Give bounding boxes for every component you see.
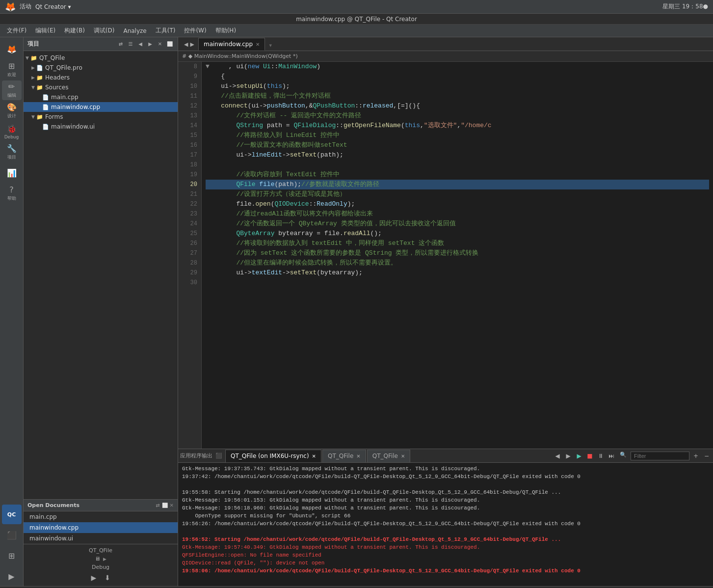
panel-nav-fwd[interactable]: ▶ [146, 40, 154, 48]
open-doc-main-cpp[interactable]: main.cpp [24, 511, 178, 522]
output-run-btn[interactable]: ▶ [575, 452, 583, 460]
open-docs-header: Open Documents ⇄ ⬜ ✕ [24, 500, 178, 511]
cpp-file-icon: 📄 [42, 94, 49, 101]
output-tab-close[interactable]: ✕ [312, 454, 316, 459]
tree-item-qt-qfile[interactable]: ▼ 📁 QT_QFile [24, 53, 178, 63]
sidebar-btn-qc[interactable]: QC [2, 505, 22, 524]
code-line-22: file.open(QIODevice::ReadOnly); [206, 199, 709, 209]
tree-item-main-cpp[interactable]: 📄 main.cpp [24, 92, 178, 102]
output-tab-qt-qfile-1[interactable]: QT_QFile ✕ [322, 450, 366, 462]
code-editor[interactable]: 8 9 10 11 12 13 14 15 16 17 18 19 20 21 … [178, 62, 713, 449]
code-line-17: ui->lineEdit->setText(path); [206, 150, 709, 160]
open-doc-mainwindow-cpp[interactable]: mainwindow.cpp [24, 522, 178, 533]
welcome-icon: ⊞ [8, 61, 15, 71]
out-line-9 [182, 528, 709, 535]
code-line-20: QFile file(path);//参数就是读取文件的路径 [206, 180, 709, 189]
menu-widgets[interactable]: 控件(W) [180, 26, 210, 36]
tree-item-label: Sources [45, 84, 68, 91]
sidebar-btn-help[interactable]: ? 帮助 [2, 184, 22, 203]
open-docs-sync[interactable]: ⇄ [156, 503, 159, 508]
tree-item-headers[interactable]: ▶ 📁 Headers [24, 73, 178, 82]
output-panel: 应用程序输出 ⬛ QT_QFile (on IMX6U-rsync) ✕ QT_… [178, 449, 713, 586]
panel-filter-btn[interactable]: ☰ [127, 40, 134, 48]
debug-section: QT_QFile 🖥 ▶ Debug ▶ ⬇ [24, 544, 178, 586]
menu-tools[interactable]: 工具(T) [152, 26, 180, 36]
menu-edit[interactable]: 编辑(E) [31, 26, 59, 36]
sidebar-btn-analyze[interactable]: 📊 [2, 163, 22, 183]
code-line-29: ui->textEdit->setText(bytearray); [206, 268, 709, 278]
output-tab-close[interactable]: ✕ [356, 454, 360, 459]
out-line-1: Gtk-Message: 19:37:35.743: GtkDialog map… [182, 465, 709, 473]
qt-creator-label[interactable]: Qt Creator ▾ [35, 3, 71, 10]
tree-item-mainwindow-cpp[interactable]: 📄 mainwindow.cpp [24, 102, 178, 112]
open-docs-actions: ⇄ ⬜ ✕ [156, 503, 174, 508]
panel-nav-back[interactable]: ◀ [136, 40, 144, 48]
sidebar-btn-apps[interactable]: ⊞ [2, 546, 22, 565]
project-icon: 🔧 [7, 144, 17, 153]
sidebar-btn-firefox[interactable]: 🦊 [2, 39, 22, 59]
nav-fwd-btn[interactable]: ▶ [190, 41, 194, 48]
folder-icon: 📁 [36, 75, 43, 81]
tree-item-forms[interactable]: ▼ 📁 Forms [24, 112, 178, 122]
out-line-6: Gtk-Message: 19:56:18.960: GtkDialog map… [182, 504, 709, 512]
open-doc-mainwindow-ui[interactable]: mainwindow.ui [24, 533, 178, 544]
tab-close-btn[interactable]: ✕ [256, 42, 260, 47]
ln-9: 9 [182, 72, 197, 81]
panel-close-btn[interactable]: ✕ [156, 40, 164, 48]
tree-item-mainwindow-ui[interactable]: 📄 mainwindow.ui [24, 122, 178, 132]
code-content[interactable]: ▼ , ui(new Ui::MainWindow) { ui->setupUi… [202, 62, 713, 449]
panel-header-actions: ⇄ ☰ ◀ ▶ ✕ ⬜ [117, 40, 174, 48]
sidebar-btn-forward[interactable]: ▶ [2, 566, 22, 586]
panel-sync-btn[interactable]: ⇄ [117, 40, 125, 48]
sidebar-btn-debug[interactable]: 🐞 Debug [2, 122, 22, 141]
code-line-19: //读取内容放到 TextEdit 控件中 [206, 170, 709, 180]
editor-tab-mainwindow-cpp[interactable]: mainwindow.cpp ✕ [198, 38, 265, 51]
sidebar-btn-edit[interactable]: ✏ 编辑 [2, 80, 22, 100]
sidebar-btn-terminal[interactable]: ⬛ [2, 525, 22, 545]
out-line-5: Gtk-Message: 19:56:01.153: GtkDialog map… [182, 496, 709, 504]
ln-27: 27 [182, 248, 197, 258]
code-line-9: { [206, 72, 709, 81]
tree-arrow: ▼ [26, 55, 30, 60]
output-tab-qt-qfile-rsync[interactable]: QT_QFile (on IMX6U-rsync) ✕ [225, 450, 321, 462]
output-stop-btn[interactable]: ■ [585, 452, 594, 460]
output-tab-label: QT_QFile (on IMX6U-rsync) [231, 453, 309, 459]
filter-icon: 🔍 [620, 452, 627, 460]
menu-file[interactable]: 文件(F) [3, 26, 30, 36]
output-remove-btn[interactable]: − [702, 452, 711, 460]
open-docs-close[interactable]: ✕ [170, 503, 174, 508]
open-docs-expand[interactable]: ⬜ [162, 503, 168, 508]
menu-analyze[interactable]: Analyze [119, 27, 150, 35]
nav-back-btn[interactable]: ◀ [184, 41, 188, 48]
tree-item-pro[interactable]: ▶ 📄 QT_QFile.pro [24, 63, 178, 73]
tree-item-sources[interactable]: ▼ 📁 Sources [24, 82, 178, 92]
code-line-28: //但这里在编译的时候会隐式转换，所以不需要再设置。 [206, 258, 709, 268]
app-output-title: 应用程序输出 [180, 452, 212, 459]
panel-minimize-btn[interactable]: ⬜ [166, 40, 174, 48]
output-next-btn[interactable]: ⏭ [607, 452, 616, 460]
debug-run-btn[interactable]: ▶ [88, 572, 99, 583]
sidebar-btn-design[interactable]: 🎨 设计 [2, 101, 22, 121]
code-line-23: //通过readAll函数可以将文件内容都给读出来 [206, 209, 709, 219]
output-nav-fwd[interactable]: ▶ [564, 452, 573, 460]
sidebar-btn-welcome[interactable]: ⊞ 欢迎 [2, 60, 22, 80]
menu-help[interactable]: 帮助(H) [211, 26, 240, 36]
code-line-13: //文件对话框 -- 返回选中文件的文件路径 [206, 111, 709, 121]
debug-project-name: QT_QFile [89, 547, 112, 554]
ln-29: 29 [182, 268, 197, 278]
output-tab-qt-qfile-2[interactable]: QT_QFile ✕ [367, 450, 411, 462]
menu-debug[interactable]: 调试(D) [90, 26, 119, 36]
output-step-btn[interactable]: ⏸ [596, 452, 605, 460]
breadcrumb-text: # ◆ MainWindow::MainWindow(QWidget *) [182, 53, 298, 59]
debug-step-btn[interactable]: ⬇ [102, 572, 113, 583]
folder-icon: 📁 [36, 84, 43, 91]
tab-dropdown-btn[interactable]: ▾ [266, 40, 275, 51]
menu-build[interactable]: 构建(B) [60, 26, 89, 36]
tree-arrow: ▶ [31, 65, 36, 70]
output-filter-input[interactable] [631, 452, 689, 460]
output-tab-close[interactable]: ✕ [401, 454, 405, 459]
sidebar-btn-project[interactable]: 🔧 项目 [2, 142, 22, 162]
output-nav-back[interactable]: ◀ [553, 452, 562, 460]
code-line-27: //因为 setText 这个函数所需要的参数是 QString 类型，所以需要… [206, 248, 709, 258]
output-add-btn[interactable]: + [691, 452, 700, 460]
